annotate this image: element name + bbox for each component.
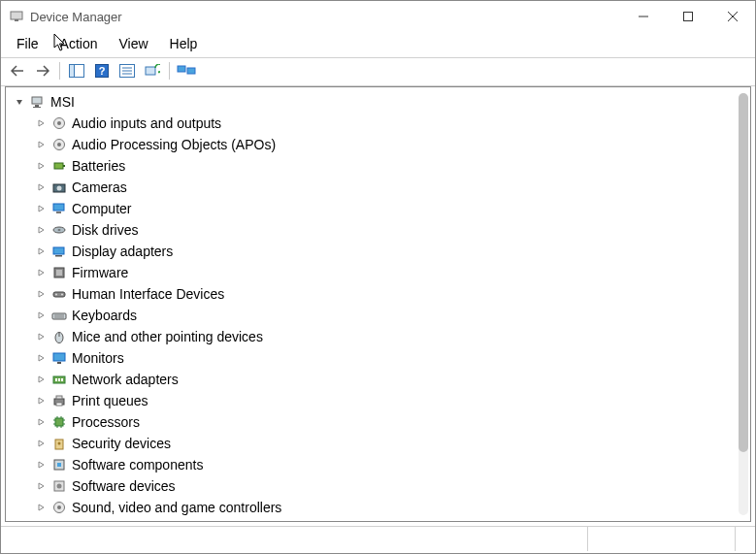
chevron-right-icon[interactable] bbox=[33, 286, 49, 302]
svg-rect-25 bbox=[63, 165, 65, 167]
svg-rect-24 bbox=[54, 163, 63, 169]
svg-rect-53 bbox=[55, 418, 63, 426]
chevron-right-icon[interactable] bbox=[33, 457, 49, 473]
svg-point-38 bbox=[61, 294, 63, 296]
svg-rect-47 bbox=[55, 378, 57, 381]
toolbar-separator bbox=[59, 62, 60, 80]
chevron-down-icon[interactable] bbox=[12, 94, 27, 110]
tree-node[interactable]: Monitors bbox=[6, 347, 750, 369]
chevron-right-icon[interactable] bbox=[33, 115, 49, 131]
keyboard-icon bbox=[50, 308, 68, 323]
show-hide-tree-button[interactable] bbox=[66, 60, 87, 81]
forward-button[interactable] bbox=[32, 60, 53, 81]
back-button[interactable] bbox=[7, 60, 28, 81]
monitor-icon bbox=[50, 350, 68, 366]
menubar: File Action View Help bbox=[1, 32, 755, 57]
display-adapter-icon bbox=[50, 244, 68, 259]
devices-by-connection-button[interactable] bbox=[176, 60, 197, 81]
chevron-right-icon[interactable] bbox=[33, 436, 49, 451]
scrollbar-thumb[interactable] bbox=[739, 93, 748, 452]
tree-node-label: Monitors bbox=[72, 350, 124, 366]
tree-root-node[interactable]: MSI bbox=[6, 91, 750, 113]
menu-file[interactable]: File bbox=[7, 34, 49, 53]
tree-node-label: Batteries bbox=[72, 158, 125, 174]
chevron-right-icon[interactable] bbox=[33, 414, 49, 430]
status-grip bbox=[736, 527, 755, 551]
chevron-right-icon[interactable] bbox=[33, 179, 49, 195]
chevron-right-icon[interactable] bbox=[33, 201, 49, 216]
help-button[interactable]: ? bbox=[91, 60, 113, 81]
tree-node[interactable]: Disk drives bbox=[6, 219, 750, 241]
app-icon bbox=[9, 9, 24, 24]
device-tree[interactable]: MSIAudio inputs and outputsAudio Process… bbox=[6, 87, 750, 521]
tree-node-label: Display adapters bbox=[72, 244, 173, 259]
svg-text:?: ? bbox=[99, 65, 106, 77]
tree-node[interactable]: Computer bbox=[6, 198, 750, 219]
tree-node-label: Keyboards bbox=[72, 308, 137, 323]
battery-icon bbox=[50, 158, 68, 174]
tree-node-label: Security devices bbox=[72, 436, 171, 451]
toolbar-separator bbox=[169, 62, 170, 80]
chevron-right-icon[interactable] bbox=[33, 350, 49, 366]
chevron-right-icon[interactable] bbox=[33, 137, 49, 152]
tree-node[interactable]: Cameras bbox=[6, 177, 750, 198]
svg-rect-36 bbox=[53, 292, 65, 297]
chevron-right-icon[interactable] bbox=[33, 265, 49, 280]
chevron-right-icon[interactable] bbox=[33, 478, 49, 494]
tree-node[interactable]: Software components bbox=[6, 454, 750, 475]
chevron-right-icon[interactable] bbox=[33, 244, 49, 259]
svg-rect-16 bbox=[187, 68, 195, 74]
svg-point-23 bbox=[57, 143, 61, 147]
tree-node[interactable]: Network adapters bbox=[6, 369, 750, 390]
tree-node-label: MSI bbox=[50, 94, 75, 110]
tree-node-label: Processors bbox=[72, 414, 140, 430]
svg-rect-1 bbox=[15, 19, 18, 21]
tree-node-label: Disk drives bbox=[72, 222, 138, 238]
svg-point-31 bbox=[58, 229, 61, 231]
minimize-button[interactable] bbox=[621, 1, 666, 32]
svg-rect-32 bbox=[53, 247, 64, 254]
properties-button[interactable] bbox=[116, 60, 138, 81]
tree-node[interactable]: Keyboards bbox=[6, 305, 750, 326]
svg-rect-14 bbox=[146, 67, 155, 75]
chevron-right-icon[interactable] bbox=[33, 329, 49, 344]
close-button[interactable] bbox=[710, 1, 755, 32]
tree-node[interactable]: Human Interface Devices bbox=[6, 283, 750, 305]
chevron-right-icon[interactable] bbox=[33, 393, 49, 408]
firmware-icon bbox=[50, 265, 68, 280]
tree-node[interactable]: Print queues bbox=[6, 390, 750, 411]
tree-node-label: Print queues bbox=[72, 393, 148, 408]
tree-node[interactable]: Processors bbox=[6, 411, 750, 433]
tree-node[interactable]: Mice and other pointing devices bbox=[6, 326, 750, 347]
menu-help[interactable]: Help bbox=[160, 34, 208, 53]
speaker-icon bbox=[50, 115, 68, 131]
tree-node[interactable]: Display adapters bbox=[6, 241, 750, 262]
chevron-right-icon[interactable] bbox=[33, 222, 49, 238]
tree-node[interactable]: Sound, video and game controllers bbox=[6, 497, 750, 518]
tree-node-label: Software components bbox=[72, 457, 203, 473]
svg-rect-3 bbox=[684, 13, 693, 21]
chevron-right-icon[interactable] bbox=[33, 500, 49, 515]
tree-node[interactable]: Software devices bbox=[6, 475, 750, 497]
chevron-right-icon[interactable] bbox=[33, 158, 49, 174]
tree-node[interactable]: Batteries bbox=[6, 155, 750, 177]
svg-rect-45 bbox=[57, 362, 61, 364]
scan-hardware-button[interactable] bbox=[142, 60, 163, 81]
tree-node[interactable]: Audio Processing Objects (APOs) bbox=[6, 134, 750, 155]
menu-view[interactable]: View bbox=[109, 34, 157, 53]
tree-node-label: Firmware bbox=[72, 265, 128, 280]
hid-icon bbox=[50, 286, 68, 302]
chevron-right-icon[interactable] bbox=[33, 308, 49, 323]
tree-node[interactable]: Firmware bbox=[6, 262, 750, 283]
software-device-icon bbox=[50, 478, 68, 494]
tree-node[interactable]: Audio inputs and outputs bbox=[6, 113, 750, 134]
menu-action[interactable]: Action bbox=[50, 34, 108, 53]
chevron-right-icon[interactable] bbox=[33, 372, 49, 387]
maximize-button[interactable] bbox=[666, 1, 710, 32]
disk-icon bbox=[50, 222, 68, 238]
svg-rect-49 bbox=[61, 378, 63, 381]
scrollbar[interactable] bbox=[739, 93, 748, 515]
tree-node-label: Cameras bbox=[72, 179, 127, 195]
tree-node[interactable]: Security devices bbox=[6, 433, 750, 454]
speaker-icon bbox=[50, 137, 68, 152]
